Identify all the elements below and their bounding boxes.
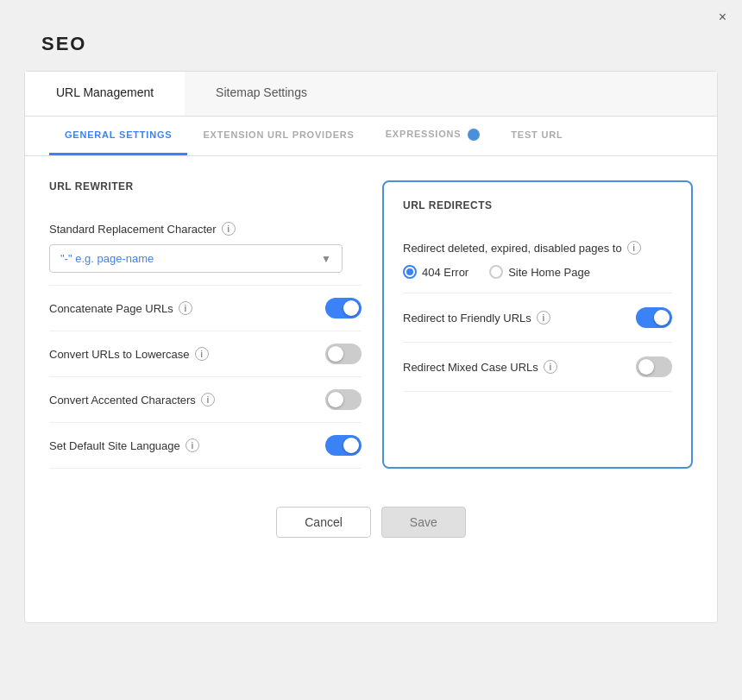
concatenate-text: Concatenate Page URLs xyxy=(49,302,173,315)
concatenate-info-icon[interactable]: i xyxy=(179,301,192,315)
subtab-general-settings[interactable]: GENERAL SETTINGS xyxy=(49,117,187,155)
content-area: URL REWRITER Standard Replacement Charac… xyxy=(25,156,717,486)
concatenate-slider xyxy=(325,298,362,318)
footer: Cancel Save xyxy=(25,486,717,562)
convert-accented-info-icon[interactable]: i xyxy=(201,393,215,407)
redirect-pages-radio-group: 404 Error Site Home Page xyxy=(403,265,672,279)
set-default-language-label-row: Set Default Site Language i xyxy=(49,435,362,456)
subtab-test-url[interactable]: TEST URL xyxy=(495,117,578,155)
convert-lowercase-text: Convert URLs to Lowercase xyxy=(49,348,190,361)
url-rewriter-title: URL REWRITER xyxy=(49,180,362,192)
subtab-expressions-label: EXPRESSIONS xyxy=(386,129,462,139)
main-card: URL Management Sitemap Settings GENERAL … xyxy=(24,71,718,623)
concatenate-page-urls-row: Concatenate Page URLs i xyxy=(49,286,362,331)
radio-site-home-page[interactable]: Site Home Page xyxy=(489,265,590,279)
set-default-language-label: Set Default Site Language i xyxy=(49,438,199,452)
set-default-language-text: Set Default Site Language xyxy=(49,439,180,452)
top-tabs: URL Management Sitemap Settings xyxy=(25,72,717,117)
redirect-pages-text: Redirect deleted, expired, disabled page… xyxy=(403,242,622,255)
radio-404-error[interactable]: 404 Error xyxy=(403,265,468,279)
redirect-mixed-case-row: Redirect Mixed Case URLs i xyxy=(403,343,672,392)
app-window: × SEO URL Management Sitemap Settings GE… xyxy=(0,0,742,700)
convert-lowercase-label: Convert URLs to Lowercase i xyxy=(49,347,209,361)
concatenate-label: Concatenate Page URLs i xyxy=(49,301,192,315)
redirect-pages-row: Redirect deleted, expired, disabled page… xyxy=(403,227,672,293)
set-default-language-row: Set Default Site Language i xyxy=(49,423,362,469)
app-title: SEO xyxy=(0,0,742,71)
convert-accented-row: Convert Accented Characters i xyxy=(49,377,362,423)
url-rewriter-section: URL REWRITER Standard Replacement Charac… xyxy=(49,180,362,469)
convert-accented-text: Convert Accented Characters xyxy=(49,394,196,407)
cancel-button[interactable]: Cancel xyxy=(276,507,371,538)
url-redirects-title: URL REDIRECTS xyxy=(403,199,672,211)
redirect-mixed-case-info-icon[interactable]: i xyxy=(544,360,557,374)
convert-accented-toggle[interactable] xyxy=(325,389,362,410)
redirect-mixed-case-text: Redirect Mixed Case URLs xyxy=(403,361,538,374)
subtab-expressions[interactable]: EXPRESSIONS xyxy=(370,117,496,155)
url-redirects-section: URL REDIRECTS Redirect deleted, expired,… xyxy=(382,180,693,469)
standard-replacement-dropdown[interactable]: "-" e.g. page-name ▼ xyxy=(49,244,343,273)
tab-sitemap-settings[interactable]: Sitemap Settings xyxy=(185,72,338,116)
redirect-mixed-case-slider xyxy=(636,356,672,377)
convert-urls-lowercase-row: Convert URLs to Lowercase i xyxy=(49,331,362,377)
radio-404-circle xyxy=(403,265,417,279)
standard-replacement-row: Standard Replacement Character i "-" e.g… xyxy=(49,210,362,286)
set-default-language-info-icon[interactable]: i xyxy=(186,438,199,452)
set-default-language-toggle[interactable] xyxy=(325,435,362,456)
standard-replacement-info-icon[interactable]: i xyxy=(222,222,236,236)
redirect-friendly-toggle[interactable] xyxy=(636,307,672,328)
set-default-language-slider xyxy=(325,435,362,456)
convert-lowercase-slider xyxy=(325,344,362,364)
redirect-friendly-info-icon[interactable]: i xyxy=(537,311,550,325)
redirect-mixed-case-toggle[interactable] xyxy=(636,356,672,377)
redirect-friendly-text: Redirect to Friendly URLs xyxy=(403,312,531,325)
redirect-mixed-case-label: Redirect Mixed Case URLs i xyxy=(403,360,557,374)
standard-replacement-label: Standard Replacement Character i xyxy=(49,222,362,236)
convert-lowercase-label-row: Convert URLs to Lowercase i xyxy=(49,344,362,364)
convert-accented-label: Convert Accented Characters i xyxy=(49,393,215,407)
convert-accented-label-row: Convert Accented Characters i xyxy=(49,389,362,410)
sub-tabs: GENERAL SETTINGS EXTENSION URL PROVIDERS… xyxy=(25,117,717,156)
radio-404-label: 404 Error xyxy=(422,266,468,279)
radio-home-label: Site Home Page xyxy=(508,266,590,279)
convert-accented-slider xyxy=(325,389,362,410)
redirect-pages-info-icon[interactable]: i xyxy=(627,241,641,255)
redirect-friendly-slider xyxy=(636,307,672,328)
standard-replacement-text: Standard Replacement Character xyxy=(49,223,217,236)
radio-home-circle xyxy=(489,265,503,279)
close-button[interactable]: × xyxy=(719,10,726,24)
concatenate-toggle[interactable] xyxy=(325,298,362,318)
save-button[interactable]: Save xyxy=(381,507,466,538)
redirect-pages-label: Redirect deleted, expired, disabled page… xyxy=(403,241,672,255)
convert-lowercase-info-icon[interactable]: i xyxy=(195,347,209,361)
dropdown-value: "-" e.g. page-name xyxy=(60,252,154,265)
tab-url-management[interactable]: URL Management xyxy=(25,72,185,116)
globe-icon xyxy=(468,129,480,141)
redirect-friendly-row: Redirect to Friendly URLs i xyxy=(403,293,672,343)
subtab-extension-url-providers[interactable]: EXTENSION URL PROVIDERS xyxy=(187,117,369,155)
dropdown-container: "-" e.g. page-name ▼ xyxy=(49,244,362,273)
convert-lowercase-toggle[interactable] xyxy=(325,344,362,364)
redirect-mixed-case-inner: Redirect Mixed Case URLs i xyxy=(403,356,672,377)
dropdown-arrow-icon: ▼ xyxy=(321,253,331,265)
redirect-friendly-label: Redirect to Friendly URLs i xyxy=(403,311,550,325)
concatenate-label-row: Concatenate Page URLs i xyxy=(49,298,362,318)
redirect-friendly-inner: Redirect to Friendly URLs i xyxy=(403,307,672,328)
